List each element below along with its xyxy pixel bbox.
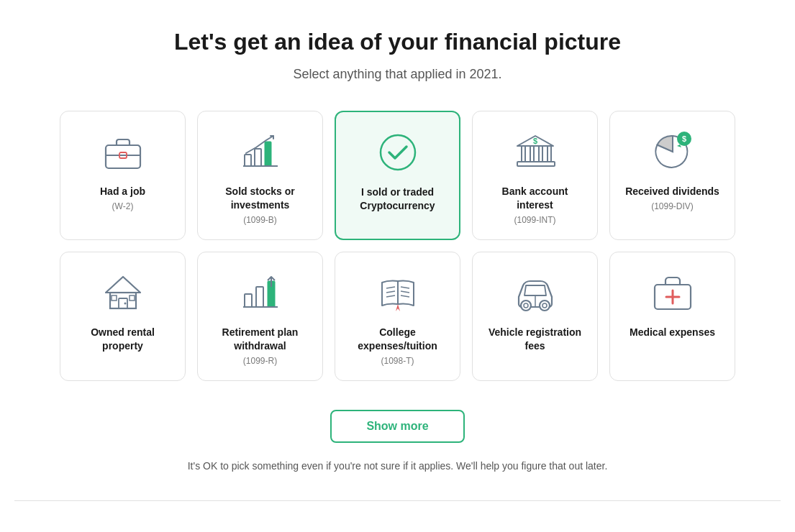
medical-kit-icon bbox=[650, 270, 696, 316]
bar-chart-arrow-icon bbox=[237, 270, 283, 316]
card-retirement-withdrawal[interactable]: Retirement plan withdrawal (1099-R) bbox=[197, 252, 323, 381]
card-college-expenses[interactable]: College expenses/tuition (1098-T) bbox=[335, 252, 460, 381]
svg-rect-5 bbox=[265, 142, 271, 166]
svg-point-21 bbox=[124, 302, 126, 304]
card-received-dividends[interactable]: $ Received dividends (1099-DIV) bbox=[609, 111, 735, 240]
svg-rect-12 bbox=[548, 146, 551, 162]
svg-marker-36 bbox=[396, 304, 400, 311]
card-rental-property-label: Owned rental property bbox=[72, 326, 173, 353]
svg-text:$: $ bbox=[532, 137, 537, 145]
card-had-a-job-sublabel: (W-2) bbox=[112, 201, 134, 211]
card-bank-interest[interactable]: $ Bank account interest (1099-INT) bbox=[472, 111, 598, 240]
svg-rect-25 bbox=[256, 287, 263, 307]
card-retirement-label: Retirement plan withdrawal bbox=[209, 326, 311, 353]
svg-line-30 bbox=[386, 287, 395, 288]
svg-rect-22 bbox=[112, 295, 117, 301]
card-sold-stocks-label: Sold stocks or investments bbox=[209, 185, 311, 212]
check-circle-icon bbox=[375, 129, 421, 175]
card-medical-expenses[interactable]: Medical expenses bbox=[609, 252, 735, 381]
card-received-dividends-sublabel: (1099-DIV) bbox=[651, 201, 694, 211]
svg-rect-23 bbox=[130, 295, 135, 301]
page-title: Let's get an idea of your financial pict… bbox=[174, 29, 621, 55]
card-retirement-sublabel: (1099-R) bbox=[243, 356, 277, 366]
svg-point-7 bbox=[381, 135, 415, 170]
card-college-label: College expenses/tuition bbox=[347, 326, 448, 353]
footer-text: It's OK to pick something even if you're… bbox=[188, 460, 608, 472]
pie-chart-icon: $ bbox=[650, 129, 696, 175]
svg-rect-24 bbox=[245, 294, 252, 307]
card-sold-stocks[interactable]: Sold stocks or investments (1099-B) bbox=[197, 111, 323, 240]
card-had-a-job[interactable]: Had a job (W-2) bbox=[60, 111, 186, 240]
cards-grid: Had a job (W-2) Sold stocks or investmen… bbox=[60, 111, 735, 381]
svg-rect-9 bbox=[522, 146, 525, 162]
card-vehicle-label: Vehicle registration fees bbox=[484, 326, 586, 353]
card-bank-interest-sublabel: (1099-INT) bbox=[514, 215, 555, 225]
svg-line-33 bbox=[401, 287, 409, 288]
svg-rect-3 bbox=[245, 155, 251, 166]
svg-line-34 bbox=[401, 291, 409, 293]
chart-icon bbox=[237, 129, 283, 175]
card-medical-label: Medical expenses bbox=[630, 326, 715, 339]
svg-rect-10 bbox=[530, 146, 534, 162]
svg-line-32 bbox=[386, 295, 395, 297]
card-sold-crypto-label: I sold or traded Cryptocurrency bbox=[347, 185, 448, 213]
svg-rect-0 bbox=[106, 145, 140, 168]
svg-line-31 bbox=[386, 291, 395, 293]
house-icon bbox=[100, 270, 146, 316]
svg-marker-18 bbox=[106, 277, 140, 293]
bank-icon: $ bbox=[512, 129, 558, 175]
svg-rect-11 bbox=[539, 146, 542, 162]
svg-rect-4 bbox=[255, 149, 261, 166]
card-bank-interest-label: Bank account interest bbox=[484, 185, 586, 212]
svg-point-39 bbox=[540, 301, 550, 311]
svg-line-35 bbox=[401, 295, 409, 297]
card-received-dividends-label: Received dividends bbox=[625, 185, 719, 198]
svg-rect-13 bbox=[517, 162, 555, 166]
svg-text:$: $ bbox=[681, 134, 686, 143]
book-icon bbox=[375, 270, 421, 316]
svg-point-37 bbox=[521, 301, 531, 311]
card-had-a-job-label: Had a job bbox=[100, 185, 145, 198]
card-college-sublabel: (1098-T) bbox=[381, 356, 414, 366]
card-rental-property[interactable]: Owned rental property bbox=[60, 252, 186, 381]
card-sold-stocks-sublabel: (1099-B) bbox=[243, 215, 277, 225]
car-icon bbox=[512, 270, 558, 316]
page-subtitle: Select anything that applied in 2021. bbox=[293, 67, 501, 82]
card-vehicle-registration[interactable]: Vehicle registration fees bbox=[472, 252, 598, 381]
briefcase-icon bbox=[100, 129, 146, 175]
show-more-button[interactable]: Show more bbox=[330, 410, 464, 443]
divider bbox=[14, 500, 781, 501]
card-sold-crypto[interactable]: I sold or traded Cryptocurrency bbox=[335, 111, 460, 240]
